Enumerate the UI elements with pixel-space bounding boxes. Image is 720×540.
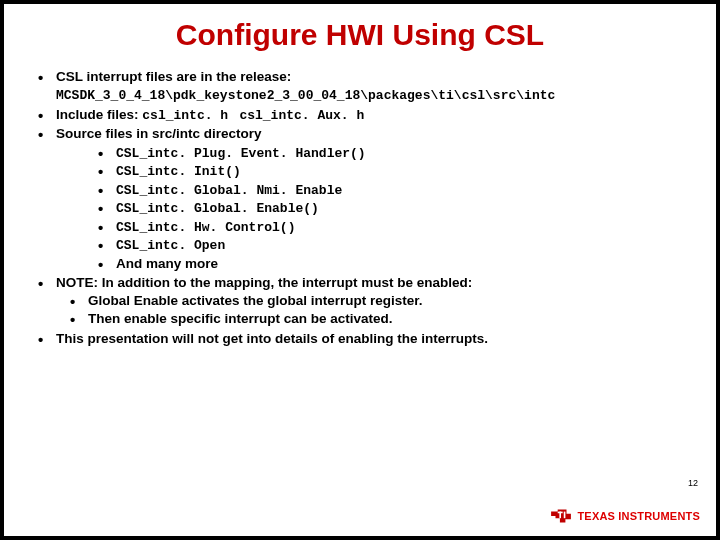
note-sub: Then enable specific interrupt can be ac… — [88, 311, 393, 326]
slide: Configure HWI Using CSL CSL interrupt fi… — [4, 4, 716, 536]
func: CSL_intc. Open — [116, 238, 225, 253]
func: CSL_intc. Hw. Control() — [116, 220, 295, 235]
ti-logo: TEXAS INSTRUMENTS — [550, 508, 700, 524]
bullet-note: NOTE: In addition to the mapping, the in… — [38, 274, 692, 329]
svg-rect-2 — [564, 512, 566, 519]
func: CSL_intc. Init() — [116, 164, 241, 179]
bullet-text: Include files: — [56, 107, 142, 122]
slide-body: CSL interrupt files are in the release: … — [4, 58, 716, 348]
list-item: CSL_intc. Open — [98, 236, 692, 255]
func: CSL_intc. Plug. Event. Handler() — [116, 146, 366, 161]
bullet-text: This presentation will not get into deta… — [56, 331, 488, 346]
bullet-text: Source files in src/intc directory — [56, 126, 262, 141]
list-item: Global Enable activates the global inter… — [70, 292, 692, 310]
page-number: 12 — [688, 478, 698, 488]
note-sub: Global Enable activates the global inter… — [88, 293, 423, 308]
file1: csl_intc. h — [142, 108, 228, 123]
ti-logo-text: TEXAS INSTRUMENTS — [577, 510, 700, 522]
path-text: MCSDK_3_0_4_18\pdk_keystone2_3_00_04_18\… — [56, 88, 555, 103]
list-item: CSL_intc. Plug. Event. Handler() — [98, 144, 692, 163]
bullet-csl-files: CSL interrupt files are in the release: … — [38, 68, 692, 105]
list-item: CSL_intc. Init() — [98, 162, 692, 181]
slide-title: Configure HWI Using CSL — [4, 4, 716, 58]
list-item: CSL_intc. Global. Enable() — [98, 199, 692, 218]
list-item: Then enable specific interrupt can be ac… — [70, 310, 692, 328]
func: CSL_intc. Global. Enable() — [116, 201, 319, 216]
file2: csl_intc. Aux. h — [239, 108, 364, 123]
list-item: And many more — [98, 255, 692, 273]
func: CSL_intc. Global. Nmi. Enable — [116, 183, 342, 198]
bullet-text: NOTE: In addition to the mapping, the in… — [56, 275, 472, 290]
ti-chip-icon — [550, 508, 572, 524]
list-item: CSL_intc. Hw. Control() — [98, 218, 692, 237]
bullet-text: CSL interrupt files are in the release: — [56, 69, 291, 84]
bullet-include-files: Include files: csl_intc. h csl_intc. Aux… — [38, 106, 692, 125]
more-text: And many more — [116, 256, 218, 271]
list-item: CSL_intc. Global. Nmi. Enable — [98, 181, 692, 200]
svg-rect-1 — [558, 512, 563, 514]
bullet-source-files: Source files in src/intc directory CSL_i… — [38, 125, 692, 273]
bullet-no-details: This presentation will not get into deta… — [38, 330, 692, 348]
